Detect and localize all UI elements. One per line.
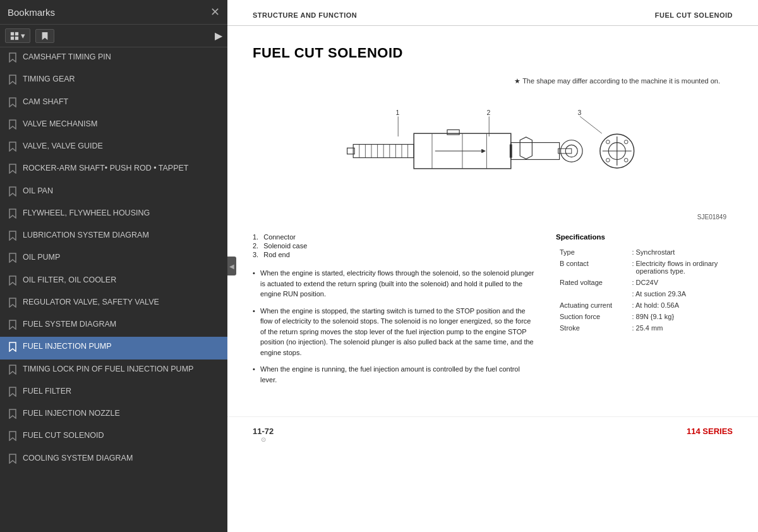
diagram-caption: SJE01849 bbox=[253, 214, 733, 221]
bullet-item: When the engine is stopped, the starting… bbox=[253, 306, 537, 358]
bookmark-item-oil-pump[interactable]: OIL PUMP bbox=[0, 248, 227, 270]
spec-label: Stroke bbox=[557, 323, 628, 333]
bookmark-item-rocker-arm[interactable]: ROCKER-ARM SHAFT• PUSH ROD • TAPPET bbox=[0, 159, 227, 181]
page-number-sub: ⊙ bbox=[253, 436, 274, 443]
bookmark-item-fuel-filter[interactable]: FUEL FILTER bbox=[0, 382, 227, 404]
bookmark-label: COOLING SYSTEM DIAGRAM bbox=[23, 453, 221, 463]
document-title: FUEL CUT SOLENOID bbox=[253, 45, 733, 61]
spec-value: : DC24V bbox=[629, 277, 731, 287]
spec-row: Actuating current: At hold: 0.56A bbox=[557, 300, 731, 310]
bookmark-icon bbox=[9, 454, 18, 466]
bookmark-item-lubrication-system[interactable]: LUBRICATION SYSTEM DIAGRAM bbox=[0, 226, 227, 248]
solenoid-diagram: 1 2 3 bbox=[341, 101, 644, 202]
bookmark-item-cooling-system[interactable]: COOLING SYSTEM DIAGRAM bbox=[0, 449, 227, 471]
view-toggle-button[interactable]: ▾ bbox=[5, 28, 30, 43]
spec-row: : At suction 29.3A bbox=[557, 289, 731, 299]
bullet-list: When the engine is started, electricity … bbox=[253, 268, 537, 385]
bookmark-icon bbox=[9, 387, 18, 399]
page-number: 11-72 bbox=[253, 426, 274, 436]
svg-text:2: 2 bbox=[486, 109, 490, 116]
bookmark-item-valve-mechanism[interactable]: VALVE MECHANISM bbox=[0, 114, 227, 136]
bookmark-icon bbox=[9, 342, 18, 354]
svg-point-38 bbox=[606, 159, 610, 162]
numbered-list: 1.Connector2.Solenoid case3.Rod end bbox=[253, 233, 537, 258]
bookmark-label: CAMSHAFT TIMING PIN bbox=[23, 52, 221, 62]
bookmark-label: LUBRICATION SYSTEM DIAGRAM bbox=[23, 230, 221, 240]
bookmark-item-valve-valve-guide[interactable]: VALVE, VALVE GUIDE bbox=[0, 136, 227, 159]
item-number: 1. bbox=[253, 233, 258, 241]
bookmark-item-timing-gear[interactable]: TIMING GEAR bbox=[0, 70, 227, 92]
bullet-item: When the engine is started, electricity … bbox=[253, 268, 537, 299]
svg-text:3: 3 bbox=[577, 109, 581, 116]
bookmark-item-regulator-valve[interactable]: REGULATOR VALVE, SAFETY VALVE bbox=[0, 293, 227, 315]
item-label: Connector bbox=[263, 233, 296, 241]
bookmark-item-flywheel[interactable]: FLYWHEEL, FLYWHEEL HOUSING bbox=[0, 203, 227, 226]
left-column: 1.Connector2.Solenoid case3.Rod end When… bbox=[253, 233, 537, 391]
item-label: Solenoid case bbox=[263, 242, 307, 250]
bookmark-label: VALVE, VALVE GUIDE bbox=[23, 141, 221, 151]
sidebar-header: Bookmarks ✕ bbox=[0, 0, 227, 25]
bookmark-item-oil-filter[interactable]: OIL FILTER, OIL COOLER bbox=[0, 270, 227, 293]
bookmark-list: CAMSHAFT TIMING PINTIMING GEARCAM SHAFTV… bbox=[0, 47, 227, 532]
content-columns: 1.Connector2.Solenoid case3.Rod end When… bbox=[253, 233, 733, 391]
bookmark-icon bbox=[9, 275, 18, 288]
bookmark-icon bbox=[9, 431, 18, 444]
dropdown-arrow-icon: ▾ bbox=[21, 31, 25, 40]
spec-value: : 25.4 mm bbox=[629, 323, 731, 333]
svg-rect-40 bbox=[510, 144, 512, 157]
spec-value: : At suction 29.3A bbox=[629, 289, 731, 299]
spec-label: Type bbox=[557, 247, 628, 257]
bookmark-item-fuel-injection-nozzle[interactable]: FUEL INJECTION NOZZLE bbox=[0, 404, 227, 426]
bookmark-label: FUEL FILTER bbox=[23, 386, 221, 396]
bookmark-item-timing-lock-pin[interactable]: TIMING LOCK PIN OF FUEL INJECTION PUMP bbox=[0, 360, 227, 382]
bookmark-icon bbox=[9, 231, 18, 243]
close-button[interactable]: ✕ bbox=[210, 6, 220, 18]
bookmark-item-fuel-cut-solenoid[interactable]: FUEL CUT SOLENOID bbox=[0, 426, 227, 448]
svg-rect-0 bbox=[11, 32, 14, 35]
specs-table: Type: SynchrostartB contact: Electricity… bbox=[556, 246, 733, 334]
bookmark-label: REGULATOR VALVE, SAFETY VALVE bbox=[23, 297, 221, 307]
svg-text:1: 1 bbox=[395, 109, 399, 116]
spec-label: Actuating current bbox=[557, 300, 628, 310]
numbered-item: 2.Solenoid case bbox=[253, 242, 537, 250]
bookmark-item-cam-shaft[interactable]: CAM SHAFT bbox=[0, 92, 227, 114]
spec-label: Suction force bbox=[557, 311, 628, 322]
bookmark-label: OIL FILTER, OIL COOLER bbox=[23, 275, 221, 285]
grid-icon bbox=[10, 32, 19, 40]
bullet-item: When the engine is running, the fuel inj… bbox=[253, 364, 537, 385]
bookmark-label: FUEL SYSTEM DIAGRAM bbox=[23, 319, 221, 329]
collapse-sidebar-button[interactable]: ◀ bbox=[227, 257, 236, 275]
spec-row: B contact: Electricity flows in ordinary… bbox=[557, 258, 731, 276]
spec-row: Suction force: 89N {9.1 kg} bbox=[557, 311, 731, 322]
spec-value: : Synchrostart bbox=[629, 247, 731, 257]
bookmark-icon bbox=[9, 142, 18, 154]
bookmark-label: OIL PUMP bbox=[23, 252, 221, 262]
bookmark-icon bbox=[9, 75, 18, 87]
bookmark-label: TIMING LOCK PIN OF FUEL INJECTION PUMP bbox=[23, 364, 221, 374]
svg-rect-3 bbox=[15, 36, 18, 39]
spec-value: : Electricity flows in ordinary operatio… bbox=[629, 258, 731, 276]
svg-marker-41 bbox=[520, 137, 532, 159]
bookmark-item-fuel-system[interactable]: FUEL SYSTEM DIAGRAM bbox=[0, 315, 227, 337]
svg-rect-31 bbox=[558, 148, 572, 154]
bookmark-icon bbox=[9, 119, 18, 132]
header-left-text: STRUCTURE AND FUNCTION bbox=[253, 11, 357, 19]
svg-point-36 bbox=[606, 140, 610, 144]
sidebar: Bookmarks ✕ ▾ ▶ CAMSHAFT TIMING PINTIMIN… bbox=[0, 0, 227, 532]
bookmark-item-fuel-injection-pump[interactable]: FUEL INJECTION PUMP bbox=[0, 337, 227, 359]
bookmark-item-camshaft-timing-pin[interactable]: CAMSHAFT TIMING PIN bbox=[0, 47, 227, 70]
bookmark-label: FLYWHEEL, FLYWHEEL HOUSING bbox=[23, 208, 221, 218]
bookmark-label: FUEL CUT SOLENOID bbox=[23, 430, 221, 440]
item-label: Rod end bbox=[263, 251, 290, 258]
sidebar-toolbar: ▾ ▶ bbox=[0, 25, 227, 47]
page-footer: 11-72 ⊙ 114 SERIES bbox=[227, 416, 758, 449]
cursor-icon: ▶ bbox=[215, 30, 222, 42]
bookmark-icon bbox=[9, 253, 18, 265]
item-number: 2. bbox=[253, 242, 258, 250]
diagram-area: 1 2 3 bbox=[253, 95, 733, 209]
bookmark-item-oil-pan[interactable]: OIL PAN bbox=[0, 181, 227, 203]
bookmark-icon bbox=[9, 186, 18, 199]
header-right-text: FUEL CUT SOLENOID bbox=[655, 11, 733, 19]
bookmark-button[interactable] bbox=[35, 29, 54, 43]
numbered-item: 1.Connector bbox=[253, 233, 537, 241]
